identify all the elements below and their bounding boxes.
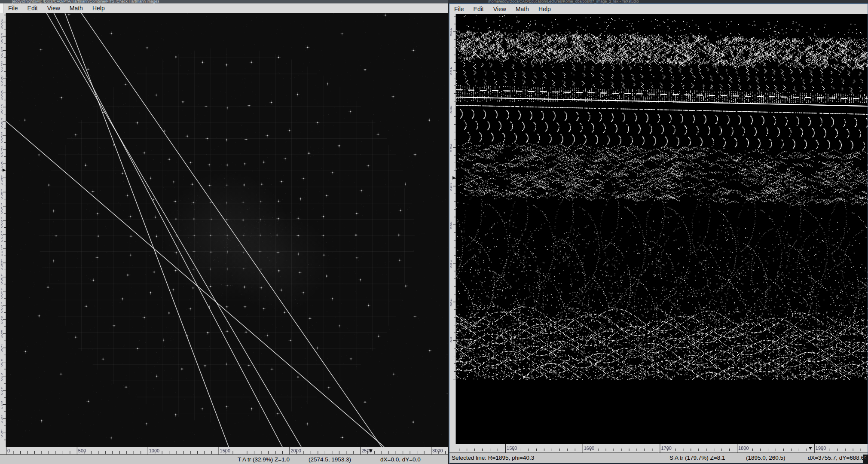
- background-window-title: /home/eddy/Docs/CAO/Education/Lectures/K…: [488, 0, 639, 3]
- left-window-title: [eddy@nightowl]: /Docs/CAO/PTA/Hartmann/…: [12, 0, 159, 3]
- delta-readout: dX=3755.7, dY=688.6: [808, 455, 864, 461]
- background-window-titlebar: /home/eddy/Docs/CAO/Education/Lectures/K…: [447, 0, 868, 3]
- left-horizontal-ruler[interactable]: [0, 447, 448, 455]
- left-vertical-ruler[interactable]: [0, 13, 6, 447]
- left-image-window: [eddy@nightowl]: /Docs/CAO/PTA/Hartmann/…: [0, 0, 448, 464]
- menu-item-help[interactable]: Help: [534, 6, 556, 12]
- menu-item-view[interactable]: View: [43, 5, 65, 12]
- right-statusbar: Selected line: R=1895, phi=40.3 S A tr (…: [449, 453, 868, 463]
- menu-item-math[interactable]: Math: [511, 6, 534, 12]
- menu-item-math[interactable]: Math: [65, 5, 88, 12]
- right-image-canvas[interactable]: [456, 14, 868, 444]
- window-edge-decoration: [0, 3, 3, 13]
- left-window-titlebar[interactable]: [eddy@nightowl]: /Docs/CAO/PTA/Hartmann/…: [0, 0, 448, 3]
- right-horizontal-ruler[interactable]: [449, 444, 868, 453]
- cursor-coordinates: (1895.0, 260.5): [746, 455, 785, 461]
- right-vertical-ruler[interactable]: [449, 14, 456, 444]
- delta-readout: dX=0.0, dY=0.0: [380, 456, 421, 463]
- menu-item-view[interactable]: View: [489, 6, 511, 12]
- menu-item-file[interactable]: File: [3, 5, 23, 12]
- right-menubar: FileEditViewMathHelp: [449, 4, 868, 14]
- zoom-mode-indicator: T A tr (32.9%) Z=1.0: [238, 456, 290, 463]
- fragment-text: T:: [863, 455, 866, 459]
- selected-line-readout: Selected line: R=1895, phi=40.3: [452, 455, 534, 461]
- menu-item-edit[interactable]: Edit: [23, 5, 43, 12]
- cursor-coordinates: (2574.5, 1953.3): [309, 456, 351, 463]
- left-image-canvas[interactable]: [6, 13, 448, 447]
- right-image-window: FileEditViewMathHelp Selected line: R=18…: [449, 3, 868, 464]
- left-statusbar: T A tr (32.9%) Z=1.0 (2574.5, 1953.3) dX…: [0, 455, 448, 464]
- desktop: /home/eddy/Docs/CAO/Education/Lectures/K…: [0, 0, 868, 464]
- background-window-fragment: T:: [863, 455, 868, 464]
- menu-item-edit[interactable]: Edit: [469, 6, 489, 12]
- menu-item-help[interactable]: Help: [88, 5, 110, 12]
- left-menubar: FileEditViewMathHelp: [0, 3, 448, 13]
- menu-item-file[interactable]: File: [449, 6, 469, 12]
- zoom-mode-indicator: S A tr (179.7%) Z=8.1: [669, 455, 725, 461]
